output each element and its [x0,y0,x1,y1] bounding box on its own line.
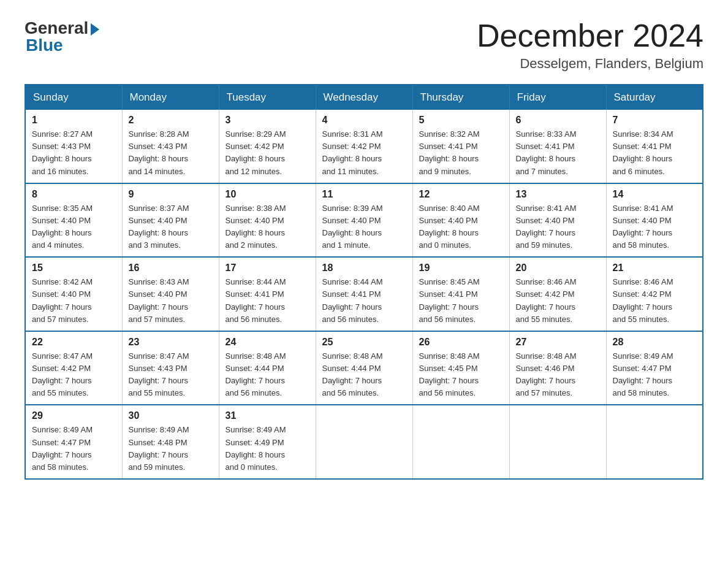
day-of-week-header: Monday [122,85,219,110]
day-number: 13 [516,189,600,200]
calendar-day-cell: 13Sunrise: 8:41 AMSunset: 4:40 PMDayligh… [509,183,606,258]
day-number: 28 [613,337,697,348]
day-number: 8 [32,189,116,200]
day-info: Sunrise: 8:43 AMSunset: 4:40 PMDaylight:… [129,276,213,326]
day-number: 22 [32,337,116,348]
day-of-week-header: Wednesday [316,85,412,110]
day-number: 30 [129,410,213,421]
calendar-day-cell: 22Sunrise: 8:47 AMSunset: 4:42 PMDayligh… [25,331,122,405]
day-info: Sunrise: 8:34 AMSunset: 4:41 PMDaylight:… [613,128,697,178]
day-number: 3 [226,115,309,126]
calendar-day-cell: 5Sunrise: 8:32 AMSunset: 4:41 PMDaylight… [412,110,509,183]
day-number: 5 [419,115,503,126]
day-info: Sunrise: 8:39 AMSunset: 4:40 PMDaylight:… [322,202,406,252]
day-info: Sunrise: 8:31 AMSunset: 4:42 PMDaylight:… [322,128,406,178]
day-number: 25 [322,337,406,348]
day-number: 18 [322,262,406,274]
day-info: Sunrise: 8:48 AMSunset: 4:44 PMDaylight:… [322,350,406,400]
calendar-day-cell: 16Sunrise: 8:43 AMSunset: 4:40 PMDayligh… [122,257,219,331]
logo-blue-text: Blue [26,36,63,55]
day-info: Sunrise: 8:32 AMSunset: 4:41 PMDaylight:… [419,128,503,178]
day-number: 16 [129,262,213,274]
calendar-header: SundayMondayTuesdayWednesdayThursdayFrid… [25,85,703,110]
calendar-day-cell: 19Sunrise: 8:45 AMSunset: 4:41 PMDayligh… [412,257,509,331]
day-number: 15 [32,262,116,274]
calendar-day-cell: 26Sunrise: 8:48 AMSunset: 4:45 PMDayligh… [412,331,509,405]
calendar-day-cell [606,405,703,479]
day-number: 10 [226,189,309,200]
calendar-day-cell: 14Sunrise: 8:41 AMSunset: 4:40 PMDayligh… [606,183,703,258]
day-info: Sunrise: 8:47 AMSunset: 4:43 PMDaylight:… [129,350,213,400]
day-number: 1 [32,115,116,126]
calendar-day-cell: 12Sunrise: 8:40 AMSunset: 4:40 PMDayligh… [412,183,509,258]
page-header: General Blue December 2024 Desselgem, Fl… [25,18,703,72]
calendar-day-cell: 4Sunrise: 8:31 AMSunset: 4:42 PMDaylight… [316,110,412,183]
day-info: Sunrise: 8:44 AMSunset: 4:41 PMDaylight:… [322,276,406,326]
day-info: Sunrise: 8:45 AMSunset: 4:41 PMDaylight:… [419,276,503,326]
day-info: Sunrise: 8:48 AMSunset: 4:45 PMDaylight:… [419,350,503,400]
calendar-week-row: 22Sunrise: 8:47 AMSunset: 4:42 PMDayligh… [25,331,703,405]
day-number: 24 [226,337,309,348]
calendar-day-cell: 2Sunrise: 8:28 AMSunset: 4:43 PMDaylight… [122,110,219,183]
calendar-day-cell: 24Sunrise: 8:48 AMSunset: 4:44 PMDayligh… [219,331,316,405]
calendar-day-cell: 15Sunrise: 8:42 AMSunset: 4:40 PMDayligh… [25,257,122,331]
calendar-week-row: 1Sunrise: 8:27 AMSunset: 4:43 PMDaylight… [25,110,703,183]
calendar-day-cell: 8Sunrise: 8:35 AMSunset: 4:40 PMDaylight… [25,183,122,258]
day-info: Sunrise: 8:41 AMSunset: 4:40 PMDaylight:… [613,202,697,252]
day-number: 21 [613,262,697,274]
day-number: 11 [322,189,406,200]
day-of-week-header: Thursday [412,85,509,110]
calendar-week-row: 8Sunrise: 8:35 AMSunset: 4:40 PMDaylight… [25,183,703,258]
calendar-day-cell [509,405,606,479]
calendar-day-cell [412,405,509,479]
day-of-week-header: Tuesday [219,85,316,110]
day-info: Sunrise: 8:35 AMSunset: 4:40 PMDaylight:… [32,202,116,252]
day-number: 20 [516,262,600,274]
calendar-day-cell: 20Sunrise: 8:46 AMSunset: 4:42 PMDayligh… [509,257,606,331]
day-info: Sunrise: 8:29 AMSunset: 4:42 PMDaylight:… [226,128,309,178]
day-number: 7 [613,115,697,126]
calendar-day-cell: 10Sunrise: 8:38 AMSunset: 4:40 PMDayligh… [219,183,316,258]
logo: General Blue [25,18,99,55]
calendar-day-cell: 7Sunrise: 8:34 AMSunset: 4:41 PMDaylight… [606,110,703,183]
calendar-day-cell: 31Sunrise: 8:49 AMSunset: 4:49 PMDayligh… [219,405,316,479]
day-info: Sunrise: 8:47 AMSunset: 4:42 PMDaylight:… [32,350,116,400]
calendar-day-cell: 23Sunrise: 8:47 AMSunset: 4:43 PMDayligh… [122,331,219,405]
calendar-day-cell: 11Sunrise: 8:39 AMSunset: 4:40 PMDayligh… [316,183,412,258]
day-number: 29 [32,410,116,421]
day-info: Sunrise: 8:49 AMSunset: 4:48 PMDaylight:… [129,424,213,473]
day-info: Sunrise: 8:41 AMSunset: 4:40 PMDaylight:… [516,202,600,252]
day-number: 19 [419,262,503,274]
day-info: Sunrise: 8:28 AMSunset: 4:43 PMDaylight:… [129,128,213,178]
day-info: Sunrise: 8:49 AMSunset: 4:47 PMDaylight:… [32,424,116,473]
calendar-day-cell: 21Sunrise: 8:46 AMSunset: 4:42 PMDayligh… [606,257,703,331]
calendar-table: SundayMondayTuesdayWednesdayThursdayFrid… [25,84,703,480]
day-info: Sunrise: 8:48 AMSunset: 4:44 PMDaylight:… [226,350,309,400]
calendar-day-cell: 3Sunrise: 8:29 AMSunset: 4:42 PMDaylight… [219,110,316,183]
day-info: Sunrise: 8:46 AMSunset: 4:42 PMDaylight:… [613,276,697,326]
day-number: 23 [129,337,213,348]
day-of-week-header: Sunday [25,85,122,110]
calendar-day-cell: 1Sunrise: 8:27 AMSunset: 4:43 PMDaylight… [25,110,122,183]
day-number: 6 [516,115,600,126]
calendar-day-cell: 28Sunrise: 8:49 AMSunset: 4:47 PMDayligh… [606,331,703,405]
day-number: 27 [516,337,600,348]
day-info: Sunrise: 8:38 AMSunset: 4:40 PMDaylight:… [226,202,309,252]
day-info: Sunrise: 8:49 AMSunset: 4:47 PMDaylight:… [613,350,697,400]
days-of-week-row: SundayMondayTuesdayWednesdayThursdayFrid… [25,85,703,110]
calendar-week-row: 15Sunrise: 8:42 AMSunset: 4:40 PMDayligh… [25,257,703,331]
day-info: Sunrise: 8:44 AMSunset: 4:41 PMDaylight:… [226,276,309,326]
day-number: 26 [419,337,503,348]
calendar-day-cell: 29Sunrise: 8:49 AMSunset: 4:47 PMDayligh… [25,405,122,479]
calendar-day-cell: 30Sunrise: 8:49 AMSunset: 4:48 PMDayligh… [122,405,219,479]
day-number: 14 [613,189,697,200]
day-info: Sunrise: 8:48 AMSunset: 4:46 PMDaylight:… [516,350,600,400]
day-number: 2 [129,115,213,126]
day-info: Sunrise: 8:46 AMSunset: 4:42 PMDaylight:… [516,276,600,326]
day-info: Sunrise: 8:27 AMSunset: 4:43 PMDaylight:… [32,128,116,178]
calendar-day-cell: 17Sunrise: 8:44 AMSunset: 4:41 PMDayligh… [219,257,316,331]
day-number: 12 [419,189,503,200]
calendar-body: 1Sunrise: 8:27 AMSunset: 4:43 PMDaylight… [25,110,703,479]
calendar-week-row: 29Sunrise: 8:49 AMSunset: 4:47 PMDayligh… [25,405,703,479]
day-info: Sunrise: 8:40 AMSunset: 4:40 PMDaylight:… [419,202,503,252]
